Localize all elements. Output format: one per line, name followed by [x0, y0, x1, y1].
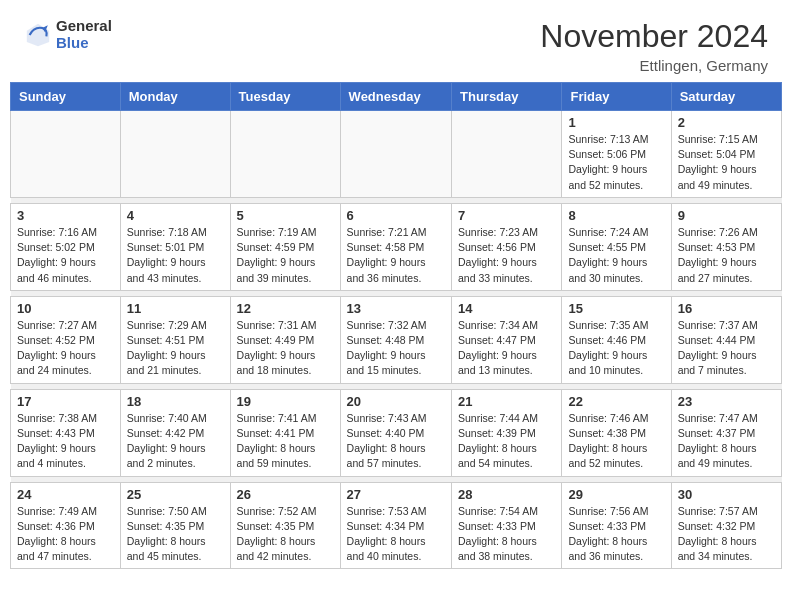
day-info: Sunrise: 7:50 AM Sunset: 4:35 PM Dayligh… — [127, 504, 224, 565]
day-number: 16 — [678, 301, 775, 316]
calendar-cell: 30Sunrise: 7:57 AM Sunset: 4:32 PM Dayli… — [671, 482, 781, 569]
day-info: Sunrise: 7:46 AM Sunset: 4:38 PM Dayligh… — [568, 411, 664, 472]
day-info: Sunrise: 7:57 AM Sunset: 4:32 PM Dayligh… — [678, 504, 775, 565]
logo-icon — [24, 21, 52, 49]
day-info: Sunrise: 7:24 AM Sunset: 4:55 PM Dayligh… — [568, 225, 664, 286]
day-info: Sunrise: 7:44 AM Sunset: 4:39 PM Dayligh… — [458, 411, 555, 472]
calendar-cell: 4Sunrise: 7:18 AM Sunset: 5:01 PM Daylig… — [120, 203, 230, 290]
calendar-cell: 27Sunrise: 7:53 AM Sunset: 4:34 PM Dayli… — [340, 482, 451, 569]
day-number: 10 — [17, 301, 114, 316]
logo-general: General — [56, 18, 112, 35]
day-info: Sunrise: 7:15 AM Sunset: 5:04 PM Dayligh… — [678, 132, 775, 193]
day-number: 21 — [458, 394, 555, 409]
calendar-cell: 9Sunrise: 7:26 AM Sunset: 4:53 PM Daylig… — [671, 203, 781, 290]
calendar-week-row: 3Sunrise: 7:16 AM Sunset: 5:02 PM Daylig… — [11, 203, 782, 290]
calendar-cell — [340, 111, 451, 198]
day-number: 5 — [237, 208, 334, 223]
day-number: 25 — [127, 487, 224, 502]
day-info: Sunrise: 7:29 AM Sunset: 4:51 PM Dayligh… — [127, 318, 224, 379]
calendar-cell: 16Sunrise: 7:37 AM Sunset: 4:44 PM Dayli… — [671, 296, 781, 383]
calendar-cell — [230, 111, 340, 198]
day-info: Sunrise: 7:31 AM Sunset: 4:49 PM Dayligh… — [237, 318, 334, 379]
calendar-cell: 5Sunrise: 7:19 AM Sunset: 4:59 PM Daylig… — [230, 203, 340, 290]
day-info: Sunrise: 7:38 AM Sunset: 4:43 PM Dayligh… — [17, 411, 114, 472]
logo: General Blue — [24, 18, 112, 51]
calendar-cell: 21Sunrise: 7:44 AM Sunset: 4:39 PM Dayli… — [452, 389, 562, 476]
logo-blue: Blue — [56, 35, 112, 52]
day-info: Sunrise: 7:47 AM Sunset: 4:37 PM Dayligh… — [678, 411, 775, 472]
day-of-week-header: Thursday — [452, 83, 562, 111]
day-info: Sunrise: 7:52 AM Sunset: 4:35 PM Dayligh… — [237, 504, 334, 565]
calendar-cell: 22Sunrise: 7:46 AM Sunset: 4:38 PM Dayli… — [562, 389, 671, 476]
day-of-week-header: Tuesday — [230, 83, 340, 111]
calendar-cell: 29Sunrise: 7:56 AM Sunset: 4:33 PM Dayli… — [562, 482, 671, 569]
calendar-cell: 18Sunrise: 7:40 AM Sunset: 4:42 PM Dayli… — [120, 389, 230, 476]
day-info: Sunrise: 7:13 AM Sunset: 5:06 PM Dayligh… — [568, 132, 664, 193]
day-of-week-header: Wednesday — [340, 83, 451, 111]
day-number: 12 — [237, 301, 334, 316]
day-number: 14 — [458, 301, 555, 316]
calendar-cell: 11Sunrise: 7:29 AM Sunset: 4:51 PM Dayli… — [120, 296, 230, 383]
calendar-cell: 14Sunrise: 7:34 AM Sunset: 4:47 PM Dayli… — [452, 296, 562, 383]
day-info: Sunrise: 7:27 AM Sunset: 4:52 PM Dayligh… — [17, 318, 114, 379]
day-info: Sunrise: 7:21 AM Sunset: 4:58 PM Dayligh… — [347, 225, 445, 286]
calendar-cell — [120, 111, 230, 198]
day-info: Sunrise: 7:49 AM Sunset: 4:36 PM Dayligh… — [17, 504, 114, 565]
calendar-cell: 12Sunrise: 7:31 AM Sunset: 4:49 PM Dayli… — [230, 296, 340, 383]
day-of-week-header: Sunday — [11, 83, 121, 111]
day-number: 28 — [458, 487, 555, 502]
calendar-cell: 10Sunrise: 7:27 AM Sunset: 4:52 PM Dayli… — [11, 296, 121, 383]
day-number: 1 — [568, 115, 664, 130]
day-number: 18 — [127, 394, 224, 409]
day-info: Sunrise: 7:26 AM Sunset: 4:53 PM Dayligh… — [678, 225, 775, 286]
day-number: 30 — [678, 487, 775, 502]
day-number: 17 — [17, 394, 114, 409]
calendar-cell: 15Sunrise: 7:35 AM Sunset: 4:46 PM Dayli… — [562, 296, 671, 383]
calendar-week-row: 17Sunrise: 7:38 AM Sunset: 4:43 PM Dayli… — [11, 389, 782, 476]
day-number: 23 — [678, 394, 775, 409]
day-info: Sunrise: 7:23 AM Sunset: 4:56 PM Dayligh… — [458, 225, 555, 286]
calendar-cell: 19Sunrise: 7:41 AM Sunset: 4:41 PM Dayli… — [230, 389, 340, 476]
day-info: Sunrise: 7:56 AM Sunset: 4:33 PM Dayligh… — [568, 504, 664, 565]
day-info: Sunrise: 7:32 AM Sunset: 4:48 PM Dayligh… — [347, 318, 445, 379]
calendar-week-row: 24Sunrise: 7:49 AM Sunset: 4:36 PM Dayli… — [11, 482, 782, 569]
calendar-cell: 8Sunrise: 7:24 AM Sunset: 4:55 PM Daylig… — [562, 203, 671, 290]
calendar-cell: 23Sunrise: 7:47 AM Sunset: 4:37 PM Dayli… — [671, 389, 781, 476]
day-info: Sunrise: 7:35 AM Sunset: 4:46 PM Dayligh… — [568, 318, 664, 379]
day-number: 24 — [17, 487, 114, 502]
day-number: 4 — [127, 208, 224, 223]
day-number: 20 — [347, 394, 445, 409]
calendar-cell: 28Sunrise: 7:54 AM Sunset: 4:33 PM Dayli… — [452, 482, 562, 569]
location: Ettlingen, Germany — [540, 57, 768, 74]
day-number: 2 — [678, 115, 775, 130]
calendar-cell: 17Sunrise: 7:38 AM Sunset: 4:43 PM Dayli… — [11, 389, 121, 476]
day-number: 8 — [568, 208, 664, 223]
month-title: November 2024 — [540, 18, 768, 55]
day-info: Sunrise: 7:37 AM Sunset: 4:44 PM Dayligh… — [678, 318, 775, 379]
calendar-cell: 3Sunrise: 7:16 AM Sunset: 5:02 PM Daylig… — [11, 203, 121, 290]
calendar-cell: 2Sunrise: 7:15 AM Sunset: 5:04 PM Daylig… — [671, 111, 781, 198]
day-number: 15 — [568, 301, 664, 316]
calendar-cell — [452, 111, 562, 198]
day-info: Sunrise: 7:34 AM Sunset: 4:47 PM Dayligh… — [458, 318, 555, 379]
day-info: Sunrise: 7:40 AM Sunset: 4:42 PM Dayligh… — [127, 411, 224, 472]
calendar-cell: 20Sunrise: 7:43 AM Sunset: 4:40 PM Dayli… — [340, 389, 451, 476]
day-of-week-header: Saturday — [671, 83, 781, 111]
calendar-cell: 1Sunrise: 7:13 AM Sunset: 5:06 PM Daylig… — [562, 111, 671, 198]
day-number: 29 — [568, 487, 664, 502]
day-info: Sunrise: 7:41 AM Sunset: 4:41 PM Dayligh… — [237, 411, 334, 472]
day-of-week-header: Friday — [562, 83, 671, 111]
day-info: Sunrise: 7:19 AM Sunset: 4:59 PM Dayligh… — [237, 225, 334, 286]
day-number: 6 — [347, 208, 445, 223]
day-info: Sunrise: 7:18 AM Sunset: 5:01 PM Dayligh… — [127, 225, 224, 286]
day-number: 19 — [237, 394, 334, 409]
day-info: Sunrise: 7:16 AM Sunset: 5:02 PM Dayligh… — [17, 225, 114, 286]
day-number: 11 — [127, 301, 224, 316]
calendar-week-row: 10Sunrise: 7:27 AM Sunset: 4:52 PM Dayli… — [11, 296, 782, 383]
day-info: Sunrise: 7:54 AM Sunset: 4:33 PM Dayligh… — [458, 504, 555, 565]
day-number: 3 — [17, 208, 114, 223]
day-number: 27 — [347, 487, 445, 502]
day-info: Sunrise: 7:43 AM Sunset: 4:40 PM Dayligh… — [347, 411, 445, 472]
day-info: Sunrise: 7:53 AM Sunset: 4:34 PM Dayligh… — [347, 504, 445, 565]
calendar-cell: 13Sunrise: 7:32 AM Sunset: 4:48 PM Dayli… — [340, 296, 451, 383]
